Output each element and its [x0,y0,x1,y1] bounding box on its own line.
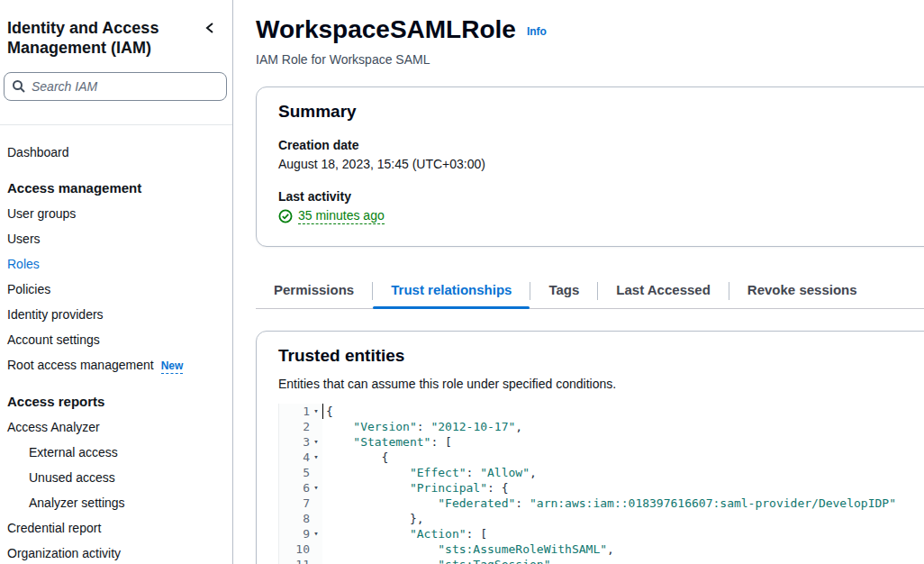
tab-bar: PermissionsTrust relationshipsTagsLast A… [256,274,924,309]
sidebar-item-label: Access reports [7,394,104,409]
sidebar-item-root-access-management[interactable]: Root access managementNew [0,352,232,378]
line-number[interactable]: 4▾ [279,450,322,465]
code-text: "Effect": "Allow", [322,465,537,480]
fold-caret-icon[interactable]: ▾ [310,480,322,496]
sidebar-section-access-management: Access management [0,176,232,201]
new-badge: New [161,359,184,374]
fold-caret-icon[interactable]: ▾ [310,450,322,465]
sidebar-item-users[interactable]: Users [0,226,232,251]
code-text: "Federated": "arn:aws:iam::018397616607:… [322,496,896,511]
fold-caret-icon[interactable]: ▾ [310,434,322,450]
sidebar-item-label: Organization activity [7,546,121,560]
sidebar-search [4,72,227,101]
creation-date-field: Creation date August 18, 2023, 15:45 (UT… [278,138,924,171]
sidebar-item-label: Identity providers [7,307,104,322]
sidebar-nav: DashboardAccess managementUser groupsUse… [0,125,232,564]
line-number[interactable]: 11 [279,557,322,564]
line-number[interactable]: 10 [279,541,322,557]
sidebar-item-analyzer-settings[interactable]: Analyzer settings [0,490,232,515]
search-input[interactable] [4,72,227,101]
code-line: 3▾ "Statement": [ [279,434,924,450]
trusted-entities-description: Entities that can assume this role under… [278,377,924,391]
summary-card: Summary Creation date August 18, 2023, 1… [256,86,924,247]
code-line: 7 "Federated": "arn:aws:iam::01839761660… [279,496,924,511]
sidebar-item-label: Users [7,232,41,246]
code-line: 6▾ "Principal": { [279,480,924,496]
code-text: }, [322,511,424,526]
tab-permissions[interactable]: Permissions [256,274,372,308]
sidebar-item-roles[interactable]: Roles [0,251,232,277]
search-icon [12,79,26,97]
code-line: 2 "Version": "2012-10-17", [279,419,924,434]
last-activity-value[interactable]: 35 minutes ago [298,208,385,224]
sidebar-item-label: User groups [7,206,76,221]
sidebar-item-account-settings[interactable]: Account settings [0,327,232,352]
sidebar-header: Identity and Access Management (IAM) [0,18,232,58]
code-text: { [322,450,388,465]
code-line: 9▾ "Action": [ [279,526,924,541]
creation-date-value: August 18, 2023, 15:45 (UTC+03:00) [278,157,924,171]
fold-caret-icon[interactable]: ▾ [310,526,322,541]
chevron-left-icon [204,21,216,35]
line-number[interactable]: 6▾ [279,480,322,496]
sidebar-item-label: Root access management [7,358,154,372]
code-line: 10 "sts:AssumeRoleWithSAML", [279,541,924,557]
code-text: "Version": "2012-10-17", [322,419,522,434]
line-number[interactable]: 1▾ [279,404,322,419]
summary-heading: Summary [278,102,924,122]
sidebar-section-access-reports: Access reports [0,389,232,414]
code-text: "sts:TagSession" [322,557,550,564]
sidebar-item-label: Unused access [29,470,115,485]
sidebar-title: Identity and Access Management (IAM) [7,18,187,58]
sidebar-item-organization-activity[interactable]: Organization activity [0,541,232,564]
sidebar-item-external-access[interactable]: External access [0,440,232,465]
tab-last-accessed[interactable]: Last Accessed [598,274,729,308]
sidebar-item-unused-access[interactable]: Unused access [0,465,232,490]
code-line: 1▾{ [279,404,924,419]
last-activity-field: Last activity 35 minutes ago [278,189,924,224]
code-line: 8 }, [279,511,924,526]
sidebar-item-label: External access [29,445,118,459]
info-link[interactable]: Info [527,25,547,38]
line-number[interactable]: 9▾ [279,526,322,541]
sidebar-item-identity-providers[interactable]: Identity providers [0,302,232,327]
line-number[interactable]: 5 [279,465,322,480]
sidebar-item-label: Dashboard [7,145,69,159]
sidebar-item-label: Credential report [7,521,101,535]
tab-trust-relationships[interactable]: Trust relationships [373,274,530,308]
tab-tags[interactable]: Tags [530,274,597,308]
code-line: 5 "Effect": "Allow", [279,465,924,480]
main-content: WorkspaceSAMLRole Info IAM Role for Work… [234,0,924,564]
line-number[interactable]: 7 [279,496,322,511]
code-text: "Action": [ [322,526,487,541]
sidebar-item-label: Policies [7,282,50,296]
sidebar-item-user-groups[interactable]: User groups [0,201,232,226]
fold-caret-icon[interactable]: ▾ [310,404,322,419]
sidebar-item-label: Roles [7,257,40,271]
sidebar-item-label: Access Analyzer [7,420,100,434]
sidebar-item-label: Account settings [7,332,100,347]
page-title: WorkspaceSAMLRole [256,14,516,45]
code-line: 4▾ { [279,450,924,465]
code-text: "Statement": [ [322,434,452,450]
line-number[interactable]: 3▾ [279,434,322,450]
line-number[interactable]: 2 [279,419,322,434]
sidebar-item-dashboard[interactable]: Dashboard [0,140,232,165]
check-circle-icon [278,209,293,223]
iam-sidebar: Identity and Access Management (IAM) Das… [0,0,233,564]
sidebar-item-access-analyzer[interactable]: Access Analyzer [0,414,232,440]
page-subtitle: IAM Role for Workspace SAML [256,52,924,67]
sidebar-item-policies[interactable]: Policies [0,277,232,302]
last-activity-label: Last activity [278,189,924,204]
creation-date-label: Creation date [278,138,924,152]
sidebar-item-credential-report[interactable]: Credential report [0,515,232,541]
code-text: "Principal": { [322,480,509,496]
code-text: "sts:AssumeRoleWithSAML", [322,541,614,557]
sidebar-item-label: Access management [7,180,141,196]
trusted-entities-heading: Trusted entities [278,346,924,366]
tab-revoke-sessions[interactable]: Revoke sessions [729,274,875,308]
sidebar-item-label: Analyzer settings [29,496,125,510]
code-editor[interactable]: 1▾{2 "Version": "2012-10-17",3▾ "Stateme… [278,404,924,564]
line-number[interactable]: 8 [279,511,322,526]
collapse-sidebar-button[interactable] [204,21,216,39]
